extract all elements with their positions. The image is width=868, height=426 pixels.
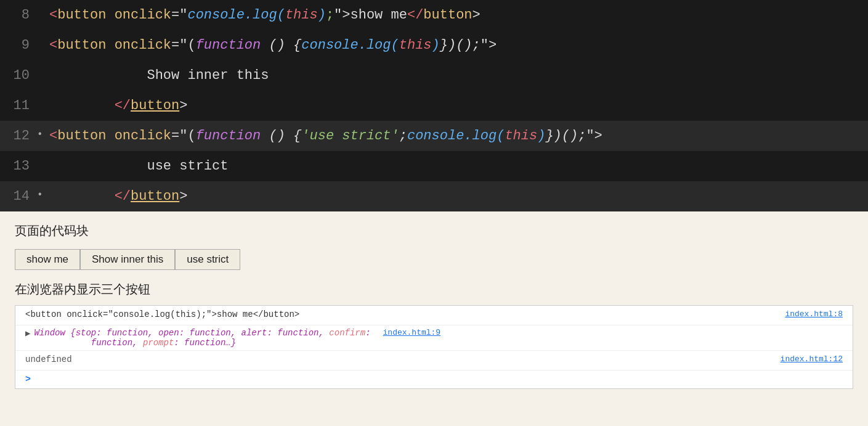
show-inner-this-button[interactable]: Show inner this <box>80 249 175 270</box>
console-output-row: ▶ Window {stop: function, open: function… <box>15 326 853 351</box>
console-file-3[interactable]: index.html:12 <box>781 354 843 364</box>
code-content-13: use strict <box>49 151 868 181</box>
console-undefined-text: undefined <box>25 354 72 364</box>
console-window-output: Window {stop: function, open: function, … <box>34 328 370 348</box>
line-bullet-12: • <box>37 121 49 147</box>
line-number-14: 14 <box>0 181 37 211</box>
line-number-11: 11 <box>0 91 37 121</box>
line-bullet-11 <box>37 91 49 117</box>
line-number-8: 8 <box>0 0 37 30</box>
code-content-9: <button onclick="(function () {console.l… <box>49 30 868 60</box>
code-line-12: 12 • <button onclick="(function () {'use… <box>0 121 868 151</box>
line-number-9: 9 <box>0 30 37 60</box>
console-expand-arrow[interactable]: ▶ <box>25 328 30 338</box>
line-bullet-13 <box>37 151 49 178</box>
code-content-8: <button onclick="console.log(this);">sho… <box>49 0 868 30</box>
console-prompt-arrow[interactable]: > <box>25 374 31 385</box>
console-panel: <button onclick="console.log(this);">sho… <box>15 305 853 389</box>
code-line-11: 11 </button> <box>0 91 868 121</box>
line-bullet-10 <box>37 60 49 87</box>
console-file-2[interactable]: index.html:9 <box>383 328 441 337</box>
console-prompt-row: > <box>15 371 853 388</box>
line-number-10: 10 <box>0 60 37 91</box>
line-number-13: 13 <box>0 151 37 181</box>
code-content-14: </button> <box>49 181 868 211</box>
code-content-11: </button> <box>49 91 868 121</box>
code-line-8: 8 <button onclick="console.log(this);">s… <box>0 0 868 30</box>
line-number-12: 12 <box>0 121 37 151</box>
buttons-row: show me Show inner this use strict <box>15 249 853 270</box>
code-content-10: Show inner this <box>49 60 868 91</box>
code-line-10: 10 Show inner this <box>0 60 868 91</box>
code-line-13: 13 use strict <box>0 151 868 181</box>
section-label-2: 在浏览器内显示三个按钮 <box>15 281 853 298</box>
code-editor: 8 <button onclick="console.log(this);">s… <box>0 0 868 211</box>
console-row-3: undefined index.html:12 <box>15 351 853 371</box>
line-bullet-9 <box>37 30 49 57</box>
console-code-1: <button onclick="console.log(this);">sho… <box>25 309 299 319</box>
code-line-14: 14 • </button> <box>0 181 868 211</box>
console-row-1: <button onclick="console.log(this);">sho… <box>15 306 853 326</box>
console-file-1[interactable]: index.html:8 <box>785 309 843 319</box>
code-line-9: 9 <button onclick="(function () {console… <box>0 30 868 60</box>
line-bullet-14: • <box>37 181 49 208</box>
middle-section: 页面的代码块 show me Show inner this use stric… <box>0 211 868 395</box>
use-strict-button[interactable]: use strict <box>175 249 240 270</box>
show-me-button[interactable]: show me <box>15 249 80 270</box>
section-label-1: 页面的代码块 <box>15 223 853 239</box>
code-content-12: <button onclick="(function () {'use stri… <box>49 121 868 151</box>
line-bullet-8 <box>37 0 49 27</box>
